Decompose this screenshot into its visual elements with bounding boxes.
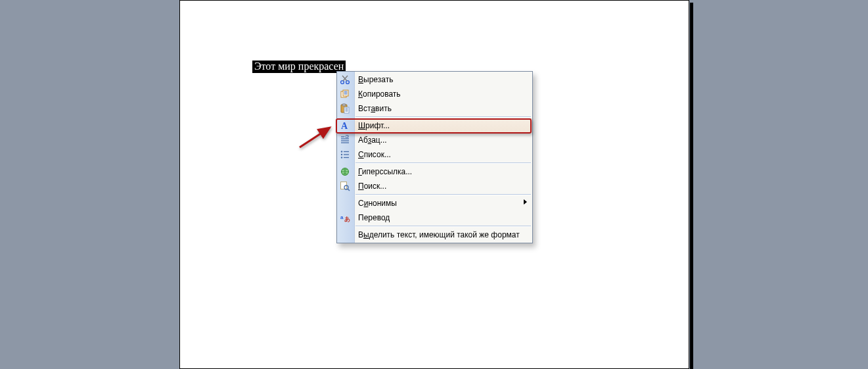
font-icon: A [339, 120, 351, 132]
menu-item-label: Перевод [358, 210, 390, 225]
paragraph-icon [339, 134, 351, 146]
svg-line-3 [343, 76, 348, 81]
menu-item-label: Синонимы [358, 196, 397, 210]
svg-line-31 [348, 189, 350, 191]
menu-separator [355, 226, 531, 227]
menu-item-synonyms[interactable]: Синонимы [337, 196, 532, 210]
menu-item-hyperlink[interactable]: Гиперссылка... [337, 164, 532, 179]
menu-item-copy[interactable]: Копировать [337, 87, 532, 101]
menu-separator [355, 194, 531, 195]
blank-icon [339, 229, 351, 241]
svg-rect-11 [342, 104, 346, 106]
menu-item-label: Абзац... [358, 133, 387, 147]
hyperlink-icon [339, 166, 351, 178]
svg-point-2 [346, 81, 350, 84]
svg-text:あ: あ [344, 216, 350, 222]
menu-item-find[interactable]: Поиск... [337, 179, 532, 193]
menu-item-label: Копировать [358, 87, 401, 101]
svg-text:a: a [340, 214, 344, 220]
menu-item-cut[interactable]: Вырезать [337, 72, 532, 87]
page-shadow [690, 3, 693, 369]
svg-point-23 [341, 154, 342, 155]
menu-item-label: Список... [358, 147, 391, 162]
copy-icon [339, 88, 351, 100]
menu-item-label: Вырезать [358, 72, 393, 87]
menu-item-font[interactable]: A Шрифт... [337, 118, 532, 133]
paste-icon [339, 103, 351, 114]
svg-point-22 [341, 151, 342, 152]
svg-point-1 [341, 81, 344, 84]
svg-text:A: A [341, 121, 348, 131]
menu-item-translate[interactable]: a あ Перевод [337, 210, 532, 225]
selected-text[interactable]: Этот мир прекрасен [252, 61, 346, 73]
submenu-arrow-icon [524, 199, 527, 205]
menu-separator [355, 116, 531, 118]
menu-item-paragraph[interactable]: Абзац... [337, 133, 532, 147]
menu-item-select-same-format[interactable]: Выделить текст, имеющий такой же формат [337, 228, 532, 242]
menu-item-label: Выделить текст, имеющий такой же формат [358, 228, 520, 242]
svg-marker-21 [344, 137, 346, 138]
svg-point-24 [341, 157, 342, 158]
menu-item-list[interactable]: Список... [337, 147, 532, 162]
cut-icon [339, 74, 351, 86]
menu-item-paste[interactable]: Вставить [337, 101, 532, 116]
menu-item-label: Шрифт... [358, 118, 390, 133]
blank-icon [339, 197, 351, 209]
menu-separator [355, 162, 531, 164]
svg-line-4 [342, 76, 347, 81]
context-menu: Вырезать Копировать [336, 71, 533, 243]
translate-icon: a あ [339, 212, 351, 224]
menu-item-label: Вставить [358, 101, 392, 116]
menu-item-label: Поиск... [358, 179, 386, 193]
menu-item-label: Гиперссылка... [358, 164, 412, 179]
find-icon [339, 180, 351, 192]
list-icon [339, 149, 351, 160]
